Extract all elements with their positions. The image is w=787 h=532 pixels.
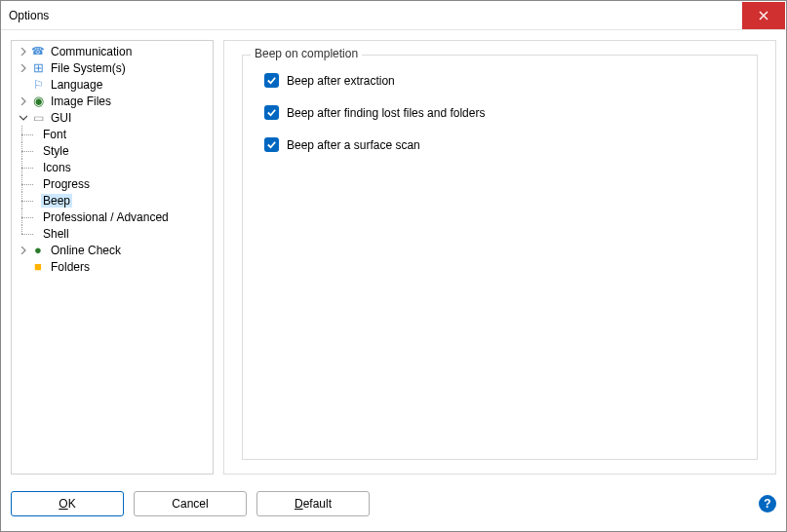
help-icon[interactable]: ? xyxy=(759,495,776,513)
fieldset-legend: Beep on completion xyxy=(251,47,362,60)
checkbox-label: Beep after finding lost files and folder… xyxy=(287,106,485,120)
tree-label: File System(s) xyxy=(49,61,128,75)
tree-label: GUI xyxy=(49,111,73,125)
tree-item-file-systems[interactable]: ⊞ File System(s) xyxy=(12,59,213,76)
checkbox-surface[interactable] xyxy=(264,137,279,152)
check-icon xyxy=(266,107,277,118)
chevron-down-icon[interactable] xyxy=(18,112,29,124)
category-tree[interactable]: ☎ Communication ⊞ File System(s) ⚐ Langu… xyxy=(11,40,214,475)
chevron-right-icon[interactable] xyxy=(18,62,29,74)
content-area: ☎ Communication ⊞ File System(s) ⚐ Langu… xyxy=(1,30,786,484)
checkbox-label: Beep after extraction xyxy=(287,74,395,88)
tree-label: Font xyxy=(41,128,68,141)
tree-item-image-files[interactable]: ◉ Image Files xyxy=(12,93,213,109)
tree-label: Language xyxy=(49,78,104,92)
online-check-icon: ● xyxy=(30,243,46,258)
titlebar: Options xyxy=(1,1,786,30)
expander-placeholder xyxy=(18,79,29,91)
tree-item-communication[interactable]: ☎ Communication xyxy=(12,43,213,59)
expander-placeholder xyxy=(18,261,29,273)
close-button[interactable] xyxy=(742,2,785,29)
tree-label: Progress xyxy=(41,177,92,191)
checkbox-row-lost-files[interactable]: Beep after finding lost files and folder… xyxy=(264,105,735,120)
tree-item-language[interactable]: ⚐ Language xyxy=(12,76,213,93)
tree-children-gui: Font Style Icons Progress Beep Professio… xyxy=(12,126,213,242)
tree-item-progress[interactable]: Progress xyxy=(12,175,213,192)
chevron-right-icon[interactable] xyxy=(18,46,29,57)
default-button[interactable]: Default xyxy=(256,491,370,516)
cancel-button[interactable]: Cancel xyxy=(134,491,247,516)
tree-item-shell[interactable]: Shell xyxy=(12,225,213,242)
tree-label: Shell xyxy=(41,227,71,241)
tree-label: Folders xyxy=(49,260,92,274)
tree-item-online-check[interactable]: ● Online Check xyxy=(12,242,213,258)
gui-icon: ▭ xyxy=(30,110,46,126)
tree-label: Beep xyxy=(41,194,72,208)
button-bar: OK Cancel Default ? xyxy=(1,484,786,523)
checkbox-label: Beep after a surface scan xyxy=(287,138,420,152)
tree-item-style[interactable]: Style xyxy=(12,142,213,159)
tree-label: Communication xyxy=(49,45,134,58)
tree-item-icons[interactable]: Icons xyxy=(12,159,213,175)
checkbox-lost-files[interactable] xyxy=(264,105,279,120)
chevron-right-icon[interactable] xyxy=(18,95,29,107)
folder-icon: ■ xyxy=(30,259,46,275)
check-icon xyxy=(266,75,277,86)
settings-panel: Beep on completion Beep after extraction… xyxy=(223,40,776,475)
tree-label: Icons xyxy=(41,161,73,174)
chevron-right-icon[interactable] xyxy=(18,245,29,256)
window-title: Options xyxy=(9,9,742,22)
checkbox-row-surface[interactable]: Beep after a surface scan xyxy=(264,137,735,152)
image-files-icon: ◉ xyxy=(30,94,46,109)
tree-label: Online Check xyxy=(49,244,123,257)
beep-fieldset: Beep on completion Beep after extraction… xyxy=(242,55,758,460)
communication-icon: ☎ xyxy=(30,44,46,59)
tree-label: Image Files xyxy=(49,95,113,108)
checkbox-row-extraction[interactable]: Beep after extraction xyxy=(264,73,735,88)
tree-label: Professional / Advanced xyxy=(41,210,171,224)
ok-button[interactable]: OK xyxy=(11,491,124,516)
tree-item-beep[interactable]: Beep xyxy=(12,192,213,209)
checkbox-extraction[interactable] xyxy=(264,73,279,88)
file-system-icon: ⊞ xyxy=(30,60,46,76)
tree-item-gui[interactable]: ▭ GUI xyxy=(12,109,213,126)
tree-item-font[interactable]: Font xyxy=(12,126,213,142)
tree-item-folders[interactable]: ■ Folders xyxy=(12,258,213,275)
close-icon xyxy=(759,11,768,20)
check-icon xyxy=(266,139,277,150)
language-icon: ⚐ xyxy=(30,77,46,93)
tree-label: Style xyxy=(41,144,71,158)
tree-item-professional[interactable]: Professional / Advanced xyxy=(12,209,213,225)
